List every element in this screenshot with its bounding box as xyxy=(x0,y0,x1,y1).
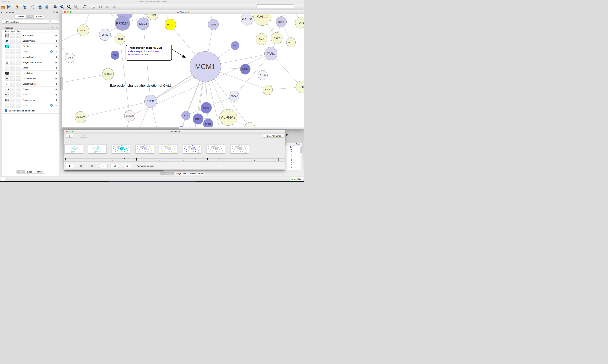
memory-button[interactable]: Memory xyxy=(290,177,303,181)
collapse-row-icon[interactable] xyxy=(55,72,56,74)
network-node-ste2[interactable]: STE2 xyxy=(193,114,204,124)
default-value-cell[interactable]: 2.0 xyxy=(5,39,9,43)
close-panel-icon[interactable]: ✕ xyxy=(56,11,58,13)
annotation-link-1[interactable]: Cell-type-specific transcription xyxy=(128,50,169,53)
hide-details-icon[interactable] xyxy=(105,5,110,9)
bypass-cell[interactable] xyxy=(16,76,21,81)
table-row[interactable]: 2 xyxy=(285,156,302,159)
property-row-fill-color[interactable]: Fill Color xyxy=(2,44,59,49)
network-edge[interactable] xyxy=(62,74,108,83)
mapping-cell[interactable]: ⁞› xyxy=(10,66,15,70)
network-node-gcy1[interactable]: GCY1 xyxy=(286,38,296,47)
bypass-cell[interactable] xyxy=(16,55,21,59)
network-node-swi4[interactable]: SWI4 xyxy=(263,85,273,95)
mapping-cell[interactable] xyxy=(10,98,15,102)
close-window-icon[interactable] xyxy=(64,11,66,13)
collapse-row-icon[interactable] xyxy=(55,56,56,58)
frame-thumbnail-2[interactable] xyxy=(112,144,130,153)
open-session-icon[interactable] xyxy=(0,5,5,9)
export-image-icon[interactable] xyxy=(44,5,48,9)
collapse-row-icon[interactable] xyxy=(55,99,56,101)
mapping-cell[interactable] xyxy=(10,82,15,86)
network-node-mcm1[interactable]: MCM1 xyxy=(190,52,221,82)
property-row-shape[interactable]: Shape xyxy=(2,87,59,92)
network-node-gal2[interactable]: GAL2 xyxy=(256,33,267,45)
search-input[interactable] xyxy=(261,5,293,8)
bypass-cell[interactable] xyxy=(16,60,21,65)
panel-tab-node[interactable]: Node xyxy=(17,170,25,173)
property-row-size[interactable]: 50.0Size xyxy=(2,92,59,97)
network-node-bar1[interactable]: BAR1 xyxy=(203,119,213,127)
float-panel-icon[interactable]: ▢ xyxy=(53,11,55,13)
table-panel-scrollbar[interactable] xyxy=(64,170,285,171)
table-row[interactable]: 2 xyxy=(285,159,302,162)
import-network-icon[interactable] xyxy=(15,5,19,9)
tab-network[interactable]: Network xyxy=(15,15,26,18)
network-edge[interactable] xyxy=(143,24,151,101)
collapse-row-icon[interactable] xyxy=(55,40,56,42)
default-value-cell[interactable]: 50.0 xyxy=(5,92,9,97)
record-button[interactable] xyxy=(123,164,131,168)
bypass-cell[interactable] xyxy=(16,33,21,38)
export-table-icon[interactable] xyxy=(37,5,42,9)
default-value-cell[interactable] xyxy=(5,55,9,59)
default-value-cell[interactable] xyxy=(5,33,9,38)
style-options-button[interactable] xyxy=(51,20,59,24)
close-window-icon[interactable] xyxy=(66,130,68,132)
network-node-pis1[interactable]: PIS1 xyxy=(231,41,239,50)
frame-thumbnail-5[interactable] xyxy=(183,144,201,153)
network-node-dmc1[interactable]: DMC1 xyxy=(137,18,149,30)
collapse-row-icon[interactable] xyxy=(55,35,56,36)
default-value-cell[interactable] xyxy=(5,66,9,70)
property-row-image-chart-1[interactable]: Image/Chart 1 xyxy=(2,54,59,60)
default-value-cell[interactable]: 12 xyxy=(5,76,9,81)
network-node-mfa2[interactable]: MFA2 xyxy=(240,64,250,75)
network-horizontal-scrollbar[interactable] xyxy=(62,127,304,129)
tab-select[interactable]: Select xyxy=(34,15,44,18)
style-selector-dropdown[interactable]: galFiltered Style xyxy=(2,20,49,24)
table-row[interactable]: 1 xyxy=(285,154,302,156)
network-node-rps28a[interactable]: RPS28A xyxy=(115,16,130,30)
property-row-label-font-size[interactable]: 12Label Font Size xyxy=(2,76,59,81)
bypass-cell[interactable] xyxy=(16,71,21,75)
minimize-window-icon[interactable] xyxy=(69,130,71,132)
mapping-cell[interactable] xyxy=(10,103,15,107)
mapping-cell[interactable] xyxy=(10,87,15,91)
default-value-cell[interactable] xyxy=(5,50,9,54)
session-list-button[interactable] xyxy=(1,177,5,181)
network-node-ste12[interactable]: STE12 xyxy=(145,95,157,108)
property-row-transparency[interactable]: 255Transparency xyxy=(2,97,59,103)
properties-menu[interactable]: Properties xyxy=(4,27,14,29)
tab-style[interactable]: Style xyxy=(26,15,34,18)
property-row-width[interactable]: Widthi xyxy=(2,103,59,108)
collapse-row-icon[interactable] xyxy=(55,83,56,85)
export-network-icon[interactable] xyxy=(30,5,35,9)
network-node-hap2[interactable]: HAP2 xyxy=(295,17,304,28)
mcm1-annotation[interactable]: Transcription factor MCM1 Cell-type-spec… xyxy=(125,45,172,61)
bypass-cell[interactable] xyxy=(16,98,21,102)
annotation-link-2[interactable]: Pheromone response xyxy=(128,53,169,56)
show-details-icon[interactable] xyxy=(112,5,117,9)
mapping-cell[interactable] xyxy=(10,92,15,97)
property-row-label[interactable]: ⁞›Label xyxy=(2,65,59,71)
lock-size-checkbox[interactable]: ✓ xyxy=(5,109,7,112)
table-tab-network-table[interactable]: Network Table xyxy=(188,172,205,175)
panel-tab-network[interactable]: Network xyxy=(34,170,45,173)
bypass-cell[interactable] xyxy=(16,39,21,43)
network-node-mfa1[interactable]: MFA1 xyxy=(201,102,212,113)
slider-thumb[interactable] xyxy=(218,165,220,167)
info-icon[interactable]: i xyxy=(50,104,53,106)
table-row[interactable]: 2 xyxy=(285,164,302,167)
default-value-cell[interactable] xyxy=(5,87,9,91)
copy-network-icon[interactable] xyxy=(91,5,96,9)
mapping-cell[interactable] xyxy=(10,33,15,38)
property-row-border-paint[interactable]: Border Paint xyxy=(2,33,59,38)
table-row[interactable]: 2 xyxy=(285,151,302,154)
network-node-cdc28[interactable]: CDC28 xyxy=(124,110,135,121)
default-value-cell[interactable] xyxy=(5,103,9,107)
collapse-all-icon[interactable]: » xyxy=(55,27,57,28)
mapping-cell[interactable] xyxy=(10,76,15,81)
network-node-mth1[interactable]: MTH1 xyxy=(78,25,89,36)
bypass-cell[interactable] xyxy=(16,82,21,86)
network-node-alpha2[interactable]: ALPHA2 xyxy=(220,109,237,126)
